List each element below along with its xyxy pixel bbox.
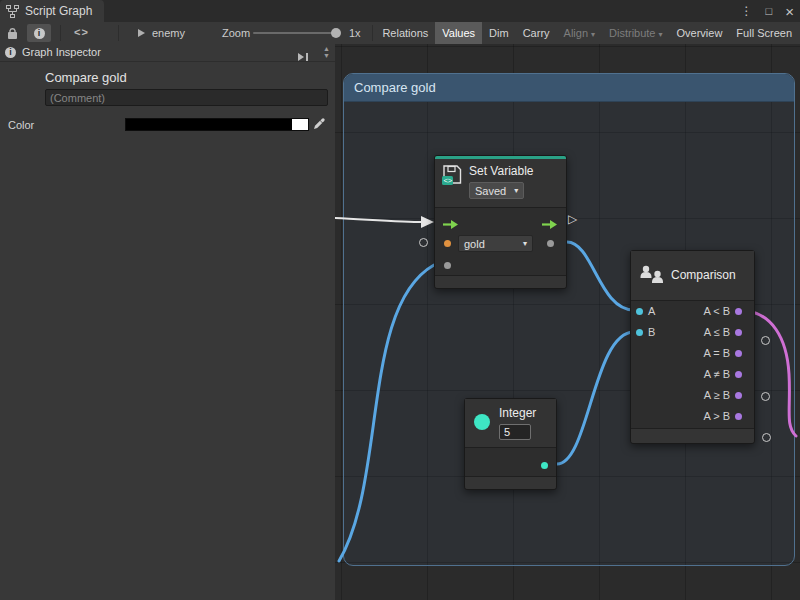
graph-title: Compare gold xyxy=(45,70,127,85)
variable-name-value: gold xyxy=(464,238,485,250)
unconnected-port-ring[interactable] xyxy=(761,336,770,345)
output-label: A = B xyxy=(703,347,730,359)
flow-continue-port[interactable]: ▷ xyxy=(568,212,577,226)
input-port-a[interactable] xyxy=(636,308,643,315)
window-title-bar: Script Graph ⋮ □ × xyxy=(0,0,800,23)
port-row: A > B xyxy=(631,406,754,427)
color-swatch[interactable] xyxy=(125,118,309,131)
chevron-down-icon: ▾ xyxy=(514,186,518,195)
comparison-header[interactable]: Comparison xyxy=(631,251,754,301)
zoom-slider-handle[interactable] xyxy=(331,28,341,38)
tab-script-graph[interactable]: Script Graph xyxy=(0,0,104,22)
output-port-a-gte-b[interactable] xyxy=(735,392,742,399)
port-row: A ≥ B xyxy=(631,385,754,406)
output-port-a-eq-b[interactable] xyxy=(735,350,742,357)
tab-title: Script Graph xyxy=(25,4,92,18)
value-output-port[interactable] xyxy=(547,240,554,247)
flow-output-port[interactable] xyxy=(542,216,558,234)
toolbar-buttons: Relations Values Dim Carry Align▾ Distri… xyxy=(375,22,799,44)
flow-input-port[interactable] xyxy=(443,216,459,234)
distribute-label: Distribute xyxy=(609,27,655,39)
node-footer xyxy=(631,428,754,443)
port-row: B A ≤ B xyxy=(631,322,754,343)
output-label: A ≤ B xyxy=(704,326,730,338)
code-view-icon[interactable]: <> xyxy=(74,26,89,38)
output-port-a-lte-b[interactable] xyxy=(735,329,742,336)
node-set-variable[interactable]: <> Set Variable Saved ▾ gold ▾ xyxy=(434,155,567,289)
distribute-button[interactable]: Distribute▾ xyxy=(602,22,669,44)
comparison-icon xyxy=(639,263,665,291)
group-title: Compare gold xyxy=(354,80,436,95)
integer-output-port[interactable] xyxy=(541,462,548,469)
panel-scroll-arrows[interactable]: ▲ ▼ xyxy=(323,45,330,59)
graph-owner-icon xyxy=(138,29,145,37)
dim-button[interactable]: Dim xyxy=(482,22,516,44)
dock-panel-icon[interactable] xyxy=(297,48,309,66)
lock-icon[interactable] xyxy=(7,26,18,44)
comparison-ports: A A < B B A ≤ B A = B A ≠ B xyxy=(631,301,754,427)
set-variable-header[interactable]: <> Set Variable Saved ▾ xyxy=(435,159,566,208)
group-header[interactable]: Compare gold xyxy=(344,74,794,102)
align-label: Align xyxy=(564,27,588,39)
variable-name-port[interactable] xyxy=(444,240,451,247)
eyedropper-icon[interactable] xyxy=(313,116,326,134)
graph-owner-label[interactable]: enemy xyxy=(152,27,185,39)
toolbar-separator xyxy=(372,25,373,41)
inspector-toggle-button[interactable]: i xyxy=(27,24,51,42)
toolbar-separator xyxy=(118,25,119,41)
node-footer xyxy=(465,476,556,489)
input-label-a: A xyxy=(648,305,655,317)
output-label: A ≠ B xyxy=(704,368,730,380)
variable-name-dropdown[interactable]: gold ▾ xyxy=(458,235,533,252)
graph-canvas[interactable]: Compare gold <> xyxy=(335,44,800,600)
graph-inspector-panel: i Graph Inspector ▲ ▼ Compare gold Color xyxy=(0,44,336,600)
port-row: A = B xyxy=(631,343,754,364)
zoom-slider-track[interactable] xyxy=(253,32,337,34)
value-input-port[interactable] xyxy=(444,262,451,269)
svg-text:<>: <> xyxy=(443,176,452,185)
overview-button[interactable]: Overview xyxy=(670,22,730,44)
align-button[interactable]: Align▾ xyxy=(557,22,602,44)
integer-value-input[interactable] xyxy=(499,424,531,440)
integer-icon xyxy=(474,414,490,430)
chevron-down-icon: ▾ xyxy=(523,239,527,248)
unconnected-port-ring[interactable] xyxy=(762,433,771,442)
node-footer xyxy=(435,275,566,288)
unconnected-port-ring[interactable] xyxy=(419,238,428,247)
output-label: A > B xyxy=(703,410,730,422)
node-title: Integer xyxy=(499,406,536,420)
scroll-down-icon[interactable]: ▼ xyxy=(323,52,330,59)
output-port-a-neq-b[interactable] xyxy=(735,371,742,378)
variable-scope-dropdown[interactable]: Saved ▾ xyxy=(469,182,524,199)
scope-value: Saved xyxy=(475,185,506,197)
script-graph-icon xyxy=(6,5,19,18)
fullscreen-button[interactable]: Full Screen xyxy=(729,22,799,44)
color-swatch-alpha xyxy=(292,119,308,130)
input-port-b[interactable] xyxy=(636,329,643,336)
node-integer[interactable]: Integer xyxy=(464,398,557,490)
toolbar-separator xyxy=(60,25,61,41)
graph-inspector-header: i Graph Inspector ▲ ▼ xyxy=(0,44,335,62)
zoom-value: 1x xyxy=(349,27,361,39)
output-port-a-less-b[interactable] xyxy=(735,308,742,315)
port-row: A A < B xyxy=(631,301,754,322)
relations-button[interactable]: Relations xyxy=(375,22,435,44)
info-icon: i xyxy=(5,47,16,58)
output-port-a-gt-b[interactable] xyxy=(735,413,742,420)
zoom-label: Zoom xyxy=(222,27,250,39)
unconnected-port-ring[interactable] xyxy=(761,392,770,401)
node-comparison[interactable]: Comparison A A < B B A ≤ B A = B xyxy=(630,250,755,444)
close-icon[interactable]: × xyxy=(785,3,794,20)
node-title: Set Variable xyxy=(469,164,533,178)
scroll-up-icon[interactable]: ▲ xyxy=(323,45,330,52)
unity-script-graph-window: Script Graph ⋮ □ × i <> enemy Zoom 1x Re… xyxy=(0,0,800,600)
window-menu-icon[interactable]: ⋮ xyxy=(741,4,753,18)
integer-header[interactable]: Integer xyxy=(465,399,556,448)
values-button[interactable]: Values xyxy=(435,22,482,44)
comment-input[interactable] xyxy=(45,89,328,106)
color-swatch-color xyxy=(126,119,292,130)
info-icon: i xyxy=(34,28,45,39)
port-row: A ≠ B xyxy=(631,364,754,385)
carry-button[interactable]: Carry xyxy=(516,22,557,44)
maximize-icon[interactable]: □ xyxy=(766,5,773,17)
